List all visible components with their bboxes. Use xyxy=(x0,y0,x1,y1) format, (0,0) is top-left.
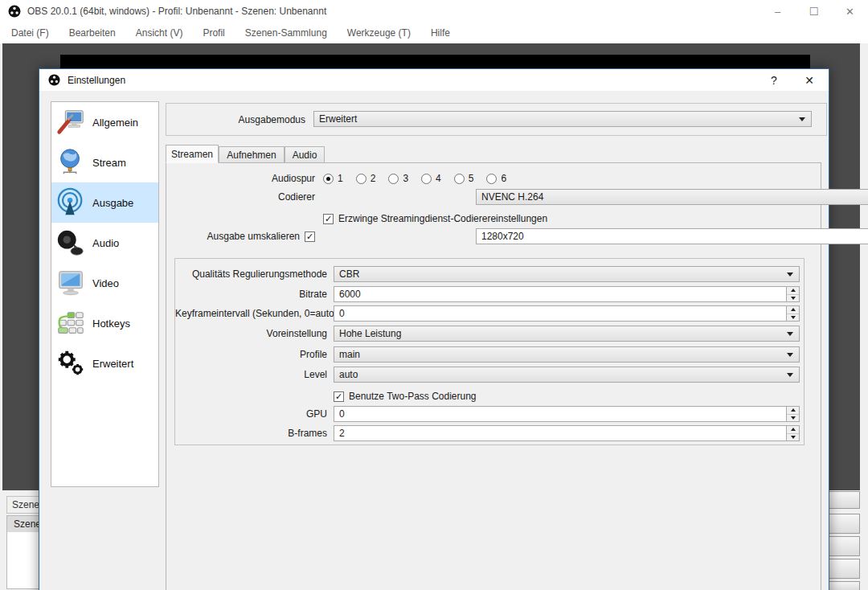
menu-werkzeuge[interactable]: Werkzeuge (T) xyxy=(344,26,414,40)
level-select[interactable]: auto xyxy=(334,367,800,383)
menu-bearbeiten[interactable]: Bearbeiten xyxy=(66,26,119,40)
bitrate-label: Bitrate xyxy=(175,289,330,300)
checkbox-icon[interactable]: ✓ xyxy=(323,214,334,224)
output-mode-section: Ausgabemodus Erweitert xyxy=(166,103,827,136)
rescale-label: Ausgabe umskalieren xyxy=(207,231,300,242)
spin-up-button[interactable] xyxy=(787,306,799,314)
main-titlebar: OBS 20.0.1 (64bit, windows) - Profil: Un… xyxy=(0,0,868,23)
dialog-close-button[interactable]: ✕ xyxy=(792,69,827,91)
sidebar-item-label: Audio xyxy=(92,237,119,249)
menu-ansicht[interactable]: Ansicht (V) xyxy=(133,26,186,40)
sidebar-item-stream[interactable]: Stream xyxy=(51,142,158,182)
spin-up-button[interactable] xyxy=(787,287,799,295)
menu-datei[interactable]: Datei (F) xyxy=(8,26,52,40)
sidebar-item-allgemein[interactable]: Allgemein xyxy=(51,102,158,142)
radio-icon[interactable] xyxy=(454,174,465,184)
menu-szenen-sammlung[interactable]: Szenen-Sammlung xyxy=(242,26,330,40)
spin-up-button[interactable] xyxy=(787,407,799,415)
encoder-settings-group: Qualitäts Regulierungsmethode CBR Bitrat… xyxy=(174,258,805,445)
sidebar-item-video[interactable]: Video xyxy=(51,263,158,303)
bframes-spinbox[interactable]: 2 xyxy=(334,425,800,441)
controls-dock-button[interactable] xyxy=(828,514,860,534)
encoder-label: Codierer xyxy=(166,191,319,203)
spin-down-button[interactable] xyxy=(787,415,799,422)
radio-icon[interactable] xyxy=(421,174,432,184)
maximize-button[interactable]: ☐ xyxy=(796,0,832,23)
audio-track-label: Audiospur xyxy=(166,173,319,184)
radio-icon[interactable] xyxy=(388,174,399,184)
menu-bar: Datei (F) Bearbeiten Ansicht (V) Profil … xyxy=(0,23,868,43)
stream-icon xyxy=(55,147,86,178)
close-button[interactable]: ✕ xyxy=(832,0,868,23)
tab-label: Streamen xyxy=(171,149,213,160)
video-icon xyxy=(55,268,86,298)
gpu-spinbox[interactable]: 0 xyxy=(334,406,800,422)
obs-logo-icon xyxy=(48,74,60,86)
level-label: Level xyxy=(175,369,330,380)
enforce-streaming-settings-checkbox[interactable]: ✓ Erzwinge Streamingdienst-Codierereinst… xyxy=(323,213,801,224)
spin-up-button[interactable] xyxy=(787,426,799,434)
streamen-tab-panel: Audiospur 1 2 3 4 5 6 Codierer NVENC H.2… xyxy=(166,162,821,590)
sidebar-item-hotkeys[interactable]: Hotkeys xyxy=(51,303,158,343)
tab-aufnehmen[interactable]: Aufnehmen xyxy=(219,146,285,163)
output-mode-value: Erweitert xyxy=(319,113,357,125)
radio-icon[interactable] xyxy=(356,174,366,184)
minimize-button[interactable]: – xyxy=(760,0,796,23)
settings-dialog: Einstellungen ? ✕ Allgemein Stre xyxy=(39,68,829,590)
sidebar-item-ausgabe[interactable]: Ausgabe xyxy=(51,182,158,223)
tab-streamen[interactable]: Streamen xyxy=(166,145,219,163)
bitrate-spinbox[interactable]: 6000 xyxy=(334,286,800,302)
dialog-help-button[interactable]: ? xyxy=(756,69,792,91)
controls-dock-button[interactable] xyxy=(828,559,860,579)
output-mode-label: Ausgabemodus xyxy=(239,114,305,125)
audio-track-option-2[interactable]: 2 xyxy=(356,173,376,184)
controls-dock-button[interactable] xyxy=(828,491,860,509)
tab-audio[interactable]: Audio xyxy=(285,146,325,163)
menu-profil[interactable]: Profil xyxy=(199,26,227,40)
controls-dock-button[interactable] xyxy=(828,581,860,590)
keyframe-interval-spinbox[interactable]: 0 xyxy=(334,305,800,322)
preset-select[interactable]: Hohe Leistung xyxy=(334,326,800,342)
encoder-value: NVENC H.264 xyxy=(481,191,543,203)
audio-track-option-5[interactable]: 5 xyxy=(454,173,474,184)
audio-track-option-6[interactable]: 6 xyxy=(486,173,506,184)
encoder-select[interactable]: NVENC H.264 xyxy=(476,189,868,205)
chevron-down-icon xyxy=(799,117,805,121)
controls-dock-button[interactable] xyxy=(828,536,860,556)
keyframe-interval-label: Keyframeintervall (Sekunden, 0=auto) xyxy=(175,308,330,319)
tab-label: Aufnehmen xyxy=(227,150,276,161)
profile-select[interactable]: main xyxy=(334,346,800,363)
quality-method-label: Qualitäts Regulierungsmethode xyxy=(175,268,330,280)
audio-track-option-3[interactable]: 3 xyxy=(388,173,408,184)
profile-label: Profile xyxy=(175,349,330,360)
dialog-title: Einstellungen xyxy=(68,75,125,86)
sidebar-item-erweitert[interactable]: Erweitert xyxy=(51,343,158,383)
sidebar-item-label: Ausgabe xyxy=(92,197,133,209)
two-pass-checkbox[interactable]: ✓ Benutze Two-Pass Codierung xyxy=(334,391,800,402)
window-title: OBS 20.0.1 (64bit, windows) - Profil: Un… xyxy=(27,6,326,17)
spin-down-button[interactable] xyxy=(787,314,799,322)
radio-icon[interactable] xyxy=(486,174,497,184)
audio-track-option-1[interactable]: 1 xyxy=(323,173,343,184)
sidebar-item-label: Video xyxy=(92,277,119,289)
sidebar-item-label: Allgemein xyxy=(92,117,138,129)
checkbox-icon[interactable]: ✓ xyxy=(334,391,344,402)
output-icon xyxy=(55,187,86,218)
chevron-down-icon xyxy=(787,373,793,377)
spin-down-button[interactable] xyxy=(787,434,799,441)
quality-method-select[interactable]: CBR xyxy=(334,266,800,282)
audio-icon xyxy=(55,227,86,258)
radio-icon[interactable] xyxy=(323,174,334,184)
menu-hilfe[interactable]: Hilfe xyxy=(428,26,453,40)
tab-label: Audio xyxy=(293,150,317,161)
preset-label: Voreinstellung xyxy=(175,328,330,339)
sidebar-item-audio[interactable]: Audio xyxy=(51,223,158,263)
spin-down-button[interactable] xyxy=(787,295,799,302)
audio-track-option-4[interactable]: 4 xyxy=(421,173,441,184)
chevron-down-icon xyxy=(787,332,793,336)
rescale-checkbox[interactable]: ✓ xyxy=(305,231,315,242)
chevron-down-icon xyxy=(787,272,793,277)
rescale-resolution-combobox[interactable]: 1280x720 xyxy=(476,228,868,244)
enforce-label: Erzwinge Streamingdienst-Codierereinstel… xyxy=(338,213,547,224)
output-mode-select[interactable]: Erweitert xyxy=(313,111,812,127)
